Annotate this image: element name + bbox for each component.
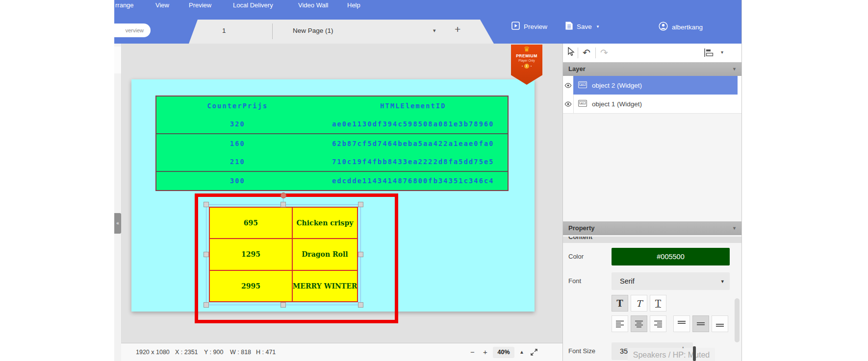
undo-icon[interactable]: ↶	[583, 47, 590, 58]
valign-top-button[interactable]	[673, 315, 690, 332]
align-center-button[interactable]	[631, 315, 647, 332]
visibility-eye-icon[interactable]	[563, 95, 574, 113]
panel-scrollbar[interactable]	[735, 298, 740, 342]
left-gutter	[114, 44, 122, 361]
redo-icon[interactable]: ↷	[600, 47, 608, 58]
green-table-row: 300edcdde1143414876800fb34351c346c4	[156, 172, 508, 190]
column-header: HTMLElementID	[319, 102, 508, 110]
menu-item-video-wall[interactable]: Video Wall	[298, 1, 328, 9]
document-icon	[565, 22, 573, 31]
rotation-handle[interactable]	[281, 193, 286, 198]
html-element-id-cell: 62b87cf5d7464beba5aa422a1eae0fa0	[319, 140, 508, 147]
menu-item-preview[interactable]: Preview	[189, 1, 211, 9]
selection-w: W : 818	[230, 349, 251, 356]
selection-h: H : 471	[256, 349, 276, 356]
osd-edge-bar	[693, 346, 696, 361]
user-name: albertkang	[672, 24, 703, 31]
font-value: Serif	[620, 277, 635, 285]
color-swatch[interactable]: #005500	[612, 248, 730, 265]
page-tab[interactable]: 1 New Page (1) ▾ +	[189, 20, 494, 44]
font-select-caret-icon: ▾	[721, 272, 724, 290]
user-menu[interactable]: albertkang	[659, 22, 703, 32]
page-dropdown-caret-icon[interactable]: ▾	[433, 27, 436, 34]
layer-label: object 2 (Widget)	[592, 82, 642, 89]
save-label: Save	[577, 23, 592, 30]
select-cursor-icon[interactable]	[567, 47, 575, 59]
align-dropdown-caret-icon[interactable]: ▾	[721, 49, 723, 55]
resize-handle-nw[interactable]	[204, 202, 209, 207]
visibility-eye-icon[interactable]	[563, 76, 574, 95]
resize-handle-ne[interactable]	[358, 202, 363, 207]
premium-title: PREMIUM	[511, 53, 542, 58]
menu-item-local-delivery[interactable]: Local Delivery	[233, 1, 273, 9]
volume-osd-toast: Speakers / HP: Muted	[628, 348, 715, 361]
app-header: rrangeViewPreviewLocal DeliveryVideo Wal…	[114, 0, 741, 44]
bold-button[interactable]: T	[612, 295, 628, 312]
resize-handle-s[interactable]	[281, 302, 286, 308]
resize-handle-e[interactable]	[358, 252, 363, 257]
menu-item-view[interactable]: View	[155, 1, 169, 9]
resize-handle-n[interactable]	[281, 202, 286, 207]
resize-handle-se[interactable]	[358, 302, 363, 308]
layer-row[interactable]: APIobject 2 (Widget)	[563, 76, 741, 95]
screenshot-stage: rrangeViewPreviewLocal DeliveryVideo Wal…	[0, 0, 868, 361]
save-button[interactable]: Save ▾	[565, 22, 599, 31]
zoom-in-button[interactable]: +	[483, 348, 487, 356]
widget-icon: API	[578, 81, 587, 90]
align-objects-icon[interactable]	[704, 48, 714, 59]
clipped-content-header: Content	[563, 237, 741, 243]
premium-subtitle: Player Only	[511, 59, 542, 62]
column-header: CounterPrijs	[156, 102, 319, 110]
page-index: 1	[222, 27, 226, 34]
font-select[interactable]: Serif ▾	[612, 272, 730, 290]
green-table-row: 210710c19f4fbb8433ea2222d8fa5dd75e5	[156, 152, 508, 171]
info-icon[interactable]: i	[524, 64, 529, 69]
data-table-widget[interactable]: CounterPrijs HTMLElementID 320ae0e1130df…	[155, 96, 509, 191]
counter-price-cell: 210	[156, 158, 319, 166]
crown-icon: ♛	[511, 45, 542, 53]
property-section-header[interactable]: Property ▾	[563, 221, 741, 235]
layer-row[interactable]: APIobject 1 (Widget)	[563, 95, 741, 114]
underline-button[interactable]: T	[650, 295, 666, 312]
widget-icon: API	[578, 100, 587, 108]
app-window: rrangeViewPreviewLocal DeliveryVideo Wal…	[114, 0, 742, 361]
fullscreen-icon[interactable]	[530, 348, 538, 358]
status-bar: 1920 x 1080 X : 2351 Y : 900 W : 818 H :…	[121, 343, 562, 361]
toolbar-divider	[595, 48, 596, 58]
property-collapse-caret-icon[interactable]: ▾	[733, 221, 736, 235]
font-label: Font	[568, 277, 581, 285]
layer-section-title: Layer	[568, 65, 586, 72]
counter-price-cell: 320	[156, 120, 319, 128]
align-right-button[interactable]	[650, 315, 666, 332]
overview-pill[interactable]: verview	[114, 24, 151, 37]
resize-handle-sw[interactable]	[204, 302, 209, 308]
decorative-dot	[531, 66, 532, 67]
menu-item-help[interactable]: Help	[347, 1, 360, 9]
italic-button[interactable]: T	[631, 295, 647, 312]
valign-bottom-button[interactable]	[712, 315, 728, 332]
avatar-icon	[659, 22, 668, 32]
add-page-button[interactable]: +	[455, 24, 460, 35]
counter-price-cell: 160	[156, 140, 319, 147]
decorative-dot	[522, 66, 523, 67]
selection-bounding-box[interactable]	[206, 204, 361, 305]
save-dropdown-caret-icon[interactable]: ▾	[597, 24, 599, 29]
menu-item-rrange[interactable]: rrange	[115, 1, 134, 9]
layer-collapse-caret-icon[interactable]: ▾	[733, 62, 736, 76]
color-label: Color	[568, 253, 584, 260]
svg-text:API: API	[581, 83, 585, 85]
layer-section-header[interactable]: Layer ▾	[563, 62, 741, 76]
resize-handle-w[interactable]	[204, 252, 209, 257]
page-name[interactable]: New Page (1)	[293, 27, 333, 34]
align-left-button[interactable]	[612, 315, 628, 332]
valign-middle-button[interactable]	[692, 315, 709, 332]
collapse-panel-button[interactable]: «	[114, 213, 121, 234]
premium-player-badge: ♛ PREMIUM Player Only i	[511, 45, 542, 85]
collapse-statusbar-icon[interactable]: ▲	[519, 349, 524, 355]
zoom-out-button[interactable]: −	[470, 348, 475, 356]
zoom-level[interactable]: 40%	[493, 347, 514, 358]
html-element-id-cell: edcdde1143414876800fb34351c346c4	[319, 177, 508, 185]
preview-button[interactable]: Preview	[511, 22, 547, 31]
green-table-row: 16062b87cf5d7464beba5aa422a1eae0fa0	[156, 134, 508, 152]
green-table-row: 320ae0e1130df394c598508a081e3b78960	[156, 115, 508, 134]
